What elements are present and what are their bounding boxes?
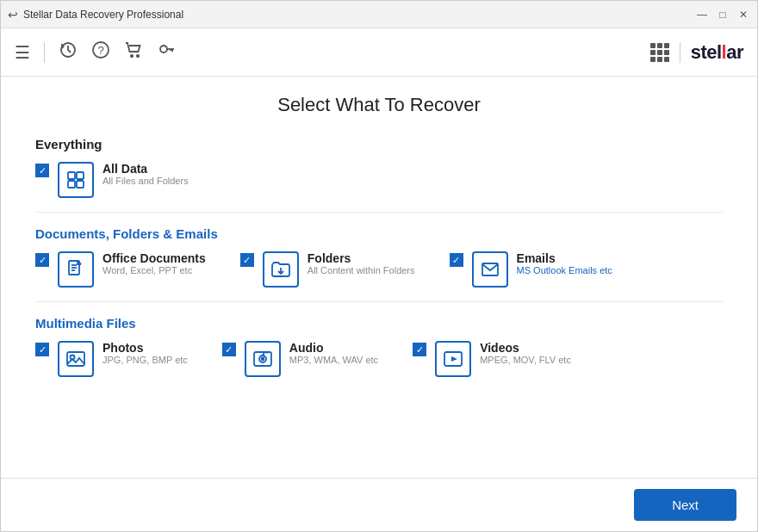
close-button[interactable]: ✕ — [736, 8, 750, 22]
toolbar-separator-right — [680, 42, 680, 63]
audio-icon-box — [245, 341, 281, 377]
title-bar-controls: — □ ✕ — [695, 8, 750, 22]
svg-rect-11 — [68, 181, 75, 188]
checkbox-audio[interactable]: ✓ — [222, 343, 236, 356]
svg-rect-9 — [68, 172, 75, 179]
folders-icon-box — [263, 251, 299, 288]
option-audio: ✓ Audio MP3, WMA, WAV etc — [222, 341, 378, 377]
section-multimedia: Multimedia Files ✓ Photos — [35, 316, 723, 377]
page-title: Select What To Recover — [35, 94, 723, 116]
option-office: ✓ Office Documents Word, Excel, P — [35, 251, 206, 288]
options-row-multimedia: ✓ Photos JPG, PNG, BMP etc — [35, 341, 723, 377]
svg-point-24 — [261, 358, 264, 361]
grid-icon[interactable] — [650, 43, 669, 62]
title-bar-text: Stellar Data Recovery Professional — [23, 9, 183, 21]
videos-label: Videos — [480, 341, 571, 355]
next-button[interactable]: Next — [634, 489, 736, 521]
svg-rect-10 — [77, 172, 84, 179]
audio-icon — [252, 349, 273, 369]
photos-icon-box — [58, 341, 94, 377]
emails-label: Emails — [517, 251, 612, 265]
videos-icon-box — [435, 341, 471, 377]
option-folders: ✓ Folders All Content within Folders — [240, 251, 415, 288]
stellar-logo: stellar — [691, 41, 743, 64]
folders-sublabel: All Content within Folders — [308, 265, 415, 275]
audio-label: Audio — [289, 341, 378, 355]
back-icon: ↩ — [8, 8, 18, 22]
svg-point-5 — [160, 46, 167, 53]
title-bar-left: ↩ Stellar Data Recovery Professional — [8, 8, 183, 22]
all-data-icon-box — [58, 162, 94, 198]
divider-2 — [35, 301, 723, 302]
videos-icon — [443, 349, 463, 369]
checkbox-photos[interactable]: ✓ — [35, 343, 49, 356]
footer: Next — [1, 478, 757, 531]
svg-rect-12 — [77, 181, 84, 188]
toolbar: ☰ ? — [1, 28, 757, 77]
section-title-multimedia: Multimedia Files — [35, 316, 723, 331]
main-content: Select What To Recover Everything ✓ — [1, 77, 757, 478]
videos-sublabel: MPEG, MOV, FLV etc — [480, 355, 571, 365]
checkbox-videos[interactable]: ✓ — [413, 343, 426, 356]
toolbar-separator — [44, 42, 45, 63]
option-videos: ✓ Videos MPEG, MOV, FLV etc — [413, 341, 571, 377]
option-photos: ✓ Photos JPG, PNG, BMP etc — [35, 341, 188, 377]
checkbox-all-data[interactable]: ✓ — [35, 164, 49, 177]
emails-icon — [480, 259, 500, 280]
minimize-button[interactable]: — — [695, 8, 709, 22]
maximize-button[interactable]: □ — [716, 8, 730, 22]
options-row-documents: ✓ Office Documents Word, Excel, P — [35, 251, 723, 288]
all-data-icon — [65, 170, 86, 190]
emails-sublabel: MS Outlook Emails etc — [517, 265, 612, 275]
svg-text:?: ? — [98, 44, 104, 57]
svg-rect-20 — [67, 352, 84, 366]
office-icon — [65, 259, 86, 280]
office-label: Office Documents — [103, 251, 206, 265]
svg-point-4 — [137, 55, 139, 57]
svg-marker-26 — [451, 356, 457, 362]
folders-icon — [270, 259, 291, 280]
checkbox-office[interactable]: ✓ — [35, 253, 49, 267]
cart-icon[interactable] — [124, 40, 143, 64]
option-emails: ✓ Emails MS Outlook Emails etc — [450, 251, 612, 288]
title-bar: ↩ Stellar Data Recovery Professional — □… — [1, 1, 757, 28]
emails-icon-box — [472, 251, 508, 288]
section-title-documents: Documents, Folders & Emails — [35, 226, 723, 241]
section-title-everything: Everything — [35, 137, 723, 152]
audio-sublabel: MP3, WMA, WAV etc — [289, 355, 378, 365]
checkbox-folders[interactable]: ✓ — [240, 253, 254, 267]
photos-label: Photos — [103, 341, 188, 355]
office-icon-box — [58, 251, 94, 288]
toolbar-left: ☰ ? — [15, 40, 176, 64]
options-row-everything: ✓ All Data All Files and Folders — [35, 162, 723, 198]
divider-1 — [35, 212, 723, 213]
checkbox-emails[interactable]: ✓ — [450, 253, 463, 267]
toolbar-right: stellar — [650, 41, 743, 64]
section-documents: Documents, Folders & Emails ✓ — [35, 226, 723, 288]
folders-label: Folders — [308, 251, 415, 265]
menu-icon[interactable]: ☰ — [15, 42, 30, 63]
office-sublabel: Word, Excel, PPT etc — [103, 265, 206, 275]
history-icon[interactable] — [59, 40, 78, 64]
photos-sublabel: JPG, PNG, BMP etc — [103, 355, 188, 365]
key-icon[interactable] — [157, 40, 176, 64]
all-data-label: All Data — [103, 162, 189, 176]
section-everything: Everything ✓ All Data — [35, 137, 723, 198]
help-icon[interactable]: ? — [91, 40, 110, 64]
photos-icon — [65, 349, 86, 369]
all-data-sublabel: All Files and Folders — [103, 176, 189, 186]
svg-point-3 — [131, 55, 133, 57]
option-all-data: ✓ All Data All Files and Folders — [35, 162, 189, 198]
